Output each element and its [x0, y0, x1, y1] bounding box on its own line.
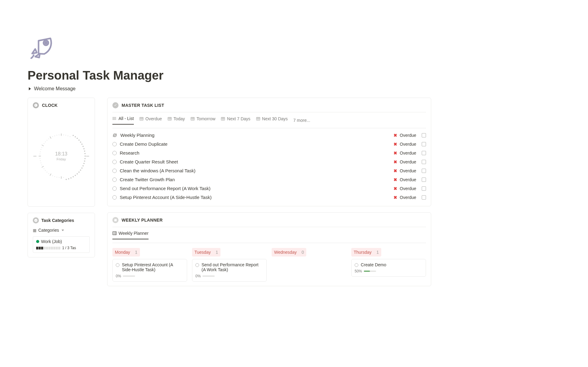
sync-icon — [112, 133, 117, 138]
task-categories-header: Task Categories — [33, 217, 90, 223]
svg-rect-30 — [113, 232, 116, 235]
status-badge: Overdue — [400, 151, 416, 155]
task-row[interactable]: Clean the windows (A Personal Task)✖Over… — [112, 166, 426, 175]
progress-blocks — [36, 247, 60, 249]
category-item[interactable]: Work (Job) 1 / 3 Tas — [33, 236, 90, 253]
task-title: Weekly Planning — [120, 133, 154, 138]
grid-icon: ▦ — [33, 228, 36, 233]
svg-point-6 — [113, 118, 113, 118]
status-badge: Overdue — [400, 186, 416, 191]
task-row[interactable]: Setup Pinterest Account (A Side-Hustle T… — [112, 193, 426, 202]
master-header: MASTER TASK LIST — [112, 102, 426, 112]
planner-card[interactable]: Send out Performance Report (A Work Task… — [192, 259, 267, 282]
planner-card-title: Send out Performance Report (A Work Task… — [202, 262, 263, 272]
svg-rect-16 — [191, 117, 194, 120]
planner-card[interactable]: Setup Pinterest Account (A Side-Hustle T… — [112, 259, 187, 282]
planner-header: WEEKLY PLANNER — [112, 217, 426, 227]
welcome-toggle[interactable]: Welcome Message — [28, 86, 398, 92]
tab-today[interactable]: Today — [168, 116, 185, 124]
view-tabs: All - ListOverdueTodayTomorrowNext 7 Day… — [112, 112, 426, 128]
progress-text: 1 / 3 Tas — [62, 246, 76, 250]
task-status-circle — [112, 142, 117, 146]
tab-overdue[interactable]: Overdue — [139, 116, 162, 124]
task-title: Research — [120, 150, 139, 155]
tab-all-list[interactable]: All - List — [112, 116, 134, 125]
x-icon: ✖ — [394, 142, 397, 147]
rocket-icon — [28, 31, 398, 62]
task-checkbox[interactable] — [422, 186, 426, 191]
day-header[interactable]: Monday1 — [112, 248, 140, 257]
task-status-circle — [112, 195, 117, 200]
progress-bar — [202, 275, 215, 277]
compass-icon — [33, 217, 39, 223]
x-icon: ✖ — [394, 168, 397, 173]
status-badge: Overdue — [400, 159, 416, 164]
svg-rect-20 — [221, 117, 225, 120]
task-title: Create Demo Duplicate — [120, 141, 168, 147]
x-icon: ✖ — [394, 133, 397, 138]
planner-card-title: Create Demo — [361, 262, 386, 267]
task-row[interactable]: Send out Performance Report (A Work Task… — [112, 184, 426, 193]
master-task-card: MASTER TASK LIST All - ListOverdueTodayT… — [107, 98, 431, 206]
tab-next-7-days[interactable]: Next 7 Days — [221, 116, 250, 124]
progress-bar — [123, 275, 135, 277]
task-title: Create Quarter Result Sheet — [120, 159, 178, 164]
tab-next-30-days[interactable]: Next 30 Days — [256, 116, 288, 124]
chevron-right-icon — [29, 87, 31, 90]
task-checkbox[interactable] — [422, 178, 426, 182]
clock-header: CLOCK — [33, 102, 90, 110]
task-title: Create Twitter Growth Plan — [120, 177, 175, 182]
day-column: Tuesday1Send out Performance Report (A W… — [192, 248, 267, 282]
task-status-circle — [112, 186, 117, 191]
task-categories-card: Task Categories ▦ Categories Work (Job) … — [28, 213, 95, 257]
task-row[interactable]: Create Twitter Growth Plan✖Overdue — [112, 175, 426, 184]
day-header[interactable]: Thursday1 — [351, 248, 381, 257]
status-badge: Overdue — [400, 142, 416, 147]
page-title: Personal Task Manager — [28, 69, 398, 82]
task-row[interactable]: Weekly Planning✖Overdue — [112, 131, 426, 140]
clock-time: 18:13 — [55, 151, 67, 157]
task-checkbox[interactable] — [422, 169, 426, 173]
x-icon: ✖ — [394, 177, 397, 182]
task-title: Send out Performance Report (A Work Task… — [120, 186, 210, 191]
table-icon — [168, 117, 172, 121]
task-status-circle — [112, 169, 117, 173]
table-icon — [190, 117, 195, 121]
day-header[interactable]: Wednesday0 — [272, 248, 306, 257]
clock-dial: 18:13 Friday — [35, 130, 87, 182]
task-status-circle — [116, 263, 119, 267]
clock-icon — [33, 102, 39, 108]
list-icon — [112, 116, 117, 121]
tab-weekly-planner[interactable]: Weekly Planner — [112, 231, 149, 239]
task-row[interactable]: Research✖Overdue — [112, 148, 426, 157]
more-views[interactable]: 7 more... — [293, 118, 310, 123]
progress-bar — [364, 271, 376, 272]
task-row[interactable]: Create Demo Duplicate✖Overdue — [112, 140, 426, 148]
task-checkbox[interactable] — [422, 142, 426, 146]
task-checkbox[interactable] — [422, 151, 426, 155]
task-checkbox[interactable] — [422, 133, 426, 137]
weekly-planner-card: WEEKLY PLANNER Weekly Planner Monday1Set… — [107, 212, 431, 286]
task-checkbox[interactable] — [422, 195, 426, 200]
task-checkbox[interactable] — [422, 160, 426, 164]
percent-label: 50% — [355, 269, 362, 273]
percent-label: 0% — [116, 274, 121, 278]
day-header[interactable]: Tuesday1 — [192, 248, 221, 257]
status-badge: Overdue — [400, 177, 416, 182]
tab-tomorrow[interactable]: Tomorrow — [190, 116, 215, 124]
categories-toggle[interactable]: ▦ Categories — [33, 228, 90, 233]
planner-card[interactable]: Create Demo50% — [351, 259, 426, 277]
board-icon — [112, 231, 117, 235]
clock-card: CLOCK 18:13 Friday — [28, 98, 95, 207]
planner-board: Monday1Setup Pinterest Account (A Side-H… — [112, 248, 426, 282]
table-icon — [256, 117, 260, 121]
check-circle-icon — [112, 102, 119, 108]
svg-rect-29 — [115, 220, 115, 220]
task-title: Setup Pinterest Account (A Side-Hustle T… — [120, 195, 212, 200]
calendar-icon — [112, 217, 119, 223]
task-list: Weekly Planning✖OverdueCreate Demo Dupli… — [112, 131, 426, 202]
task-row[interactable]: Create Quarter Result Sheet✖Overdue — [112, 157, 426, 166]
task-title: Clean the windows (A Personal Task) — [120, 168, 195, 173]
x-icon: ✖ — [394, 186, 397, 191]
category-name: Work (Job) — [41, 239, 62, 244]
